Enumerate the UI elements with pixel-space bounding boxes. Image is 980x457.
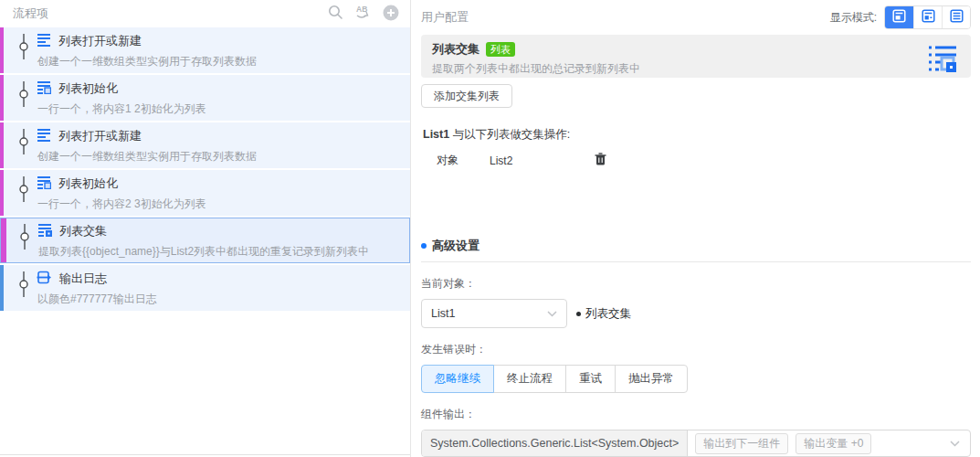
component-card: 列表交集 列表 提取两个列表中都出现的总记录到新列表中	[421, 35, 971, 78]
current-object-hint-text: 列表交集	[585, 306, 631, 322]
step-accent-bar	[0, 27, 4, 73]
search-button[interactable]	[328, 5, 343, 23]
display-mode-label: 显示模式:	[830, 10, 877, 26]
list-view-icon	[950, 9, 964, 26]
process-step-6[interactable]: 输出日志 以颜色#777777输出日志	[0, 265, 410, 311]
search-icon	[328, 5, 343, 23]
step-connector-icon	[18, 129, 29, 163]
process-step-list: 列表打开或新建 创建一个一维数组类型实例用于存取列表数据 列表初始化	[0, 27, 410, 313]
process-step-5-selected[interactable]: 列表交集 提取列表{{object_name}}与List2列表中都出现的重复记…	[0, 218, 410, 263]
current-object-value: List1	[431, 307, 547, 320]
object-value: List2	[490, 154, 512, 167]
section-divider	[421, 261, 971, 262]
error-option-retry[interactable]: 重试	[565, 365, 616, 393]
list-icon	[37, 33, 51, 49]
hint-bullet-icon	[576, 312, 581, 316]
step-title: 输出日志	[59, 271, 107, 287]
error-handling-label: 发生错误时：	[421, 342, 971, 357]
error-option-ignore[interactable]: 忽略继续	[421, 365, 494, 393]
output-next-component-chip[interactable]: 输出到下一组件	[695, 433, 788, 454]
config-panel-title: 用户配置	[421, 9, 830, 26]
step-title: 列表交集	[59, 223, 107, 239]
process-panel-title: 流程项	[13, 5, 328, 22]
component-output-label: 组件输出：	[421, 407, 971, 422]
output-chevron-down-icon	[950, 441, 960, 447]
object-label: 对象	[437, 153, 458, 168]
detail-view-icon	[892, 9, 906, 26]
error-option-throw[interactable]: 抛出异常	[615, 365, 688, 393]
process-step-2[interactable]: 列表初始化 一行一个，将内容1 2初始化为列表	[0, 75, 410, 121]
list-icon	[37, 128, 51, 144]
step-connector-icon	[18, 271, 29, 305]
list-init-icon	[37, 175, 51, 192]
advanced-settings-header: 高级设置	[421, 238, 971, 254]
log-output-icon	[37, 271, 52, 287]
component-title: 列表交集	[432, 41, 479, 58]
current-object-select[interactable]: List1	[421, 299, 567, 328]
config-panel: 用户配置 显示模式:	[411, 0, 980, 457]
config-panel-header: 用户配置 显示模式:	[421, 5, 971, 29]
intersect-target-line: List1 与以下列表做交集操作:	[421, 127, 971, 143]
rename-button[interactable]: AB	[354, 5, 372, 23]
step-accent-bar	[1, 218, 6, 262]
step-title: 列表打开或新建	[58, 128, 142, 144]
svg-text:AB: AB	[356, 5, 367, 14]
step-accent-bar	[0, 122, 4, 168]
component-subtitle: 提取两个列表中都出现的总记录到新列表中	[432, 61, 929, 77]
section-bullet-icon	[421, 243, 427, 249]
list-intersect-icon	[37, 223, 52, 239]
step-accent-bar	[0, 265, 4, 311]
target-list-name: List1	[423, 128, 449, 141]
step-subtitle: 创建一个一维数组类型实例用于存取列表数据	[37, 54, 257, 69]
step-subtitle: 以颜色#777777输出日志	[37, 292, 157, 307]
step-title: 列表初始化	[58, 80, 118, 97]
error-handling-group: 忽略继续 终止流程 重试 抛出异常	[421, 365, 688, 393]
component-category-badge: 列表	[486, 42, 515, 57]
step-subtitle: 一行一个，将内容2 3初始化为列表	[37, 197, 206, 212]
process-panel-header: 流程项 AB	[0, 0, 410, 27]
step-subtitle: 提取列表{{object_name}}与List2列表中都出现的重复记录到新列表…	[38, 244, 369, 260]
process-step-3[interactable]: 列表打开或新建 创建一个一维数组类型实例用于存取列表数据	[0, 122, 410, 168]
current-object-label: 当前对象：	[421, 276, 971, 292]
step-connector-icon	[19, 224, 30, 258]
error-option-terminate[interactable]: 终止流程	[493, 365, 566, 393]
list-init-icon	[37, 80, 51, 97]
output-type-text: System.Collections.Generic.List<System.O…	[422, 430, 688, 456]
app-window: 流程项 AB	[0, 0, 980, 457]
step-subtitle: 一行一个，将内容1 2初始化为列表	[37, 101, 206, 117]
target-line-text: 与以下列表做交集操作:	[453, 128, 570, 141]
intersect-object-row[interactable]: 对象 List2	[421, 153, 971, 168]
trash-icon	[595, 153, 606, 168]
delete-object-button[interactable]	[595, 153, 606, 168]
step-connector-icon	[18, 81, 29, 115]
display-mode-medium-button[interactable]	[913, 6, 942, 28]
add-intersect-list-button[interactable]: 添加交集列表	[421, 84, 512, 108]
process-step-4[interactable]: 列表初始化 一行一个，将内容2 3初始化为列表	[0, 170, 410, 216]
chevron-down-icon	[547, 307, 557, 320]
display-mode-group	[884, 5, 971, 29]
process-panel: 流程项 AB	[0, 0, 411, 457]
component-output-bar[interactable]: System.Collections.Generic.List<System.O…	[421, 430, 971, 457]
process-step-1[interactable]: 列表打开或新建 创建一个一维数组类型实例用于存取列表数据	[0, 27, 410, 73]
add-step-button[interactable]	[383, 5, 399, 24]
advanced-settings-title: 高级设置	[432, 238, 479, 254]
medium-view-icon	[922, 9, 935, 26]
step-title: 列表打开或新建	[58, 33, 142, 49]
step-connector-icon	[18, 34, 29, 68]
display-mode-detail-button[interactable]	[885, 6, 913, 28]
display-mode-list-button[interactable]	[942, 6, 970, 28]
output-variable-chip[interactable]: 输出变量 +0	[796, 433, 871, 454]
plus-icon	[383, 5, 399, 24]
step-connector-icon	[18, 176, 29, 210]
step-accent-bar	[0, 170, 4, 216]
step-accent-bar	[0, 75, 4, 121]
step-subtitle: 创建一个一维数组类型实例用于存取列表数据	[37, 149, 257, 165]
rename-icon: AB	[354, 5, 372, 23]
current-object-hint: 列表交集	[576, 306, 631, 322]
step-title: 列表初始化	[58, 175, 118, 192]
list-intersect-large-icon	[929, 44, 958, 76]
left-panel-scroll-track[interactable]	[0, 454, 410, 455]
